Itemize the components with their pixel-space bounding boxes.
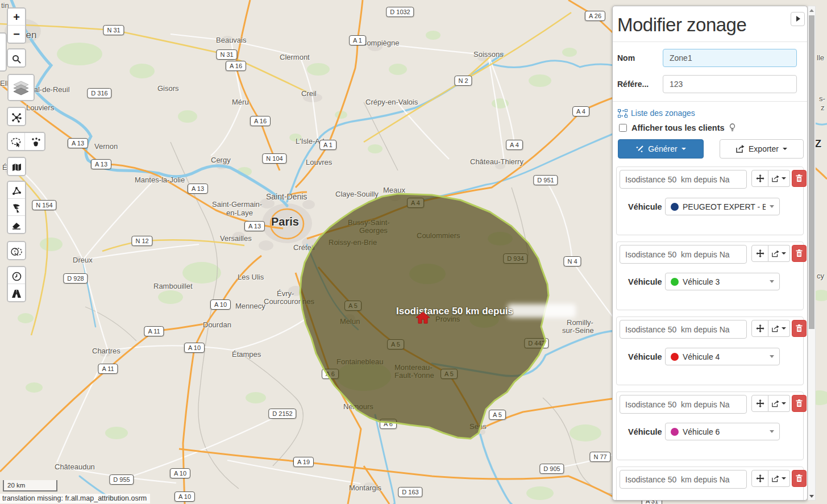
scale-label: 20 km: [7, 482, 25, 489]
scroll-down-button[interactable]: [808, 491, 815, 500]
points-hand-icon: [31, 138, 41, 147]
name-input[interactable]: [663, 49, 797, 67]
panel-scrollbar[interactable]: [808, 6, 816, 501]
caret-down-icon: [681, 148, 686, 150]
map-attribution: translation missing: fr.all.map_attribut…: [0, 494, 150, 503]
clock-icon: [12, 272, 22, 281]
zone-card: Véhicule Véhicule 3: [616, 241, 804, 310]
vehicle-label: Véhicule: [628, 277, 665, 286]
zone-export-button[interactable]: [768, 245, 790, 262]
name-label: Nom: [617, 53, 663, 63]
zone-card: Véhicule PEUGEOT EXPERT - B...: [616, 166, 804, 235]
draw-polygon-button[interactable]: [8, 182, 25, 199]
share-icon: [772, 400, 779, 407]
vehicle-select[interactable]: Véhicule 4: [665, 348, 780, 365]
vehicle-color-dot: [671, 353, 679, 361]
vehicle-select[interactable]: PEUGEOT EXPERT - B...: [665, 198, 780, 215]
share-icon: [772, 475, 779, 482]
zone-name-input[interactable]: [620, 245, 747, 264]
share-icon: [772, 250, 779, 257]
reference-label: Référe...: [617, 80, 663, 89]
zone-card: Véhicule Véhicule 6: [616, 391, 804, 460]
zoom-in-button[interactable]: +: [8, 9, 25, 26]
quill-cursor-icon: [12, 203, 22, 213]
map-icon-button[interactable]: [8, 158, 25, 175]
caret-down-icon: [782, 252, 786, 255]
generate-label: Générer: [648, 144, 677, 153]
arrow-up-icon: [809, 9, 814, 12]
caret-down-icon: [770, 355, 774, 358]
zone-name-input[interactable]: [620, 170, 747, 189]
share-icon: [772, 175, 779, 182]
vehicle-name: Véhicule 6: [683, 427, 766, 436]
isochrone-button[interactable]: [8, 267, 25, 284]
vehicle-name: PEUGEOT EXPERT - B...: [683, 202, 766, 211]
zone-card: [616, 466, 804, 501]
eraser-button[interactable]: [8, 216, 25, 233]
zone-export-button[interactable]: [768, 320, 790, 337]
road-button[interactable]: [8, 284, 25, 301]
optimize-route-button[interactable]: [8, 108, 25, 125]
zone-delete-button[interactable]: [792, 170, 807, 187]
zone-export-button[interactable]: [768, 170, 790, 187]
caret-down-icon: [770, 430, 774, 433]
road-icon: [11, 289, 22, 298]
lasso-select-button[interactable]: [8, 133, 25, 150]
zone-locate-button[interactable]: [751, 320, 768, 337]
caret-down-icon: [782, 402, 786, 405]
zoom-out-button[interactable]: −: [8, 26, 25, 43]
zone-export-button[interactable]: [768, 470, 790, 487]
search-control: [7, 48, 26, 68]
zone-locate-button[interactable]: [751, 245, 768, 262]
zone-locate-button[interactable]: [751, 395, 768, 412]
network-icon: [11, 113, 22, 123]
trash-icon: [796, 324, 803, 332]
zone-delete-button[interactable]: [792, 470, 807, 487]
zone-locate-button[interactable]: [751, 170, 768, 187]
trash-icon: [796, 399, 803, 407]
reference-input[interactable]: [663, 75, 797, 93]
edit-vertices-button[interactable]: [8, 199, 25, 216]
zone-delete-button[interactable]: [792, 395, 807, 412]
zone-name-input[interactable]: [620, 320, 747, 339]
panel-collapse-button[interactable]: [791, 12, 805, 26]
panel-title: Modifier zonage: [617, 14, 798, 36]
move-icon: [756, 474, 764, 483]
scrollbar-thumb[interactable]: [809, 15, 814, 329]
vehicle-label: Véhicule: [628, 202, 665, 211]
export-button[interactable]: Exporter: [720, 139, 804, 159]
trash-icon: [796, 174, 803, 182]
vehicle-select[interactable]: Véhicule 6: [665, 423, 780, 440]
search-button[interactable]: [8, 49, 25, 66]
zoom-control: + −: [7, 7, 26, 44]
vector-square-icon: [618, 109, 627, 118]
move-icon: [756, 174, 764, 183]
lightbulb-icon: [729, 123, 735, 132]
layers-control: [7, 74, 35, 101]
layers-button[interactable]: [9, 75, 34, 100]
caret-down-icon: [770, 205, 774, 208]
polygon-icon: [11, 186, 22, 196]
multi-point-button[interactable]: [27, 133, 44, 150]
zone-delete-button[interactable]: [792, 320, 807, 337]
home-marker-icon[interactable]: [415, 311, 430, 324]
draw-controls: [7, 181, 26, 234]
scroll-up-button[interactable]: [808, 6, 815, 15]
time-road-controls: [7, 266, 26, 302]
edge-control-partial[interactable]: [0, 32, 7, 72]
zonages-list-link[interactable]: Liste des zonages: [618, 109, 807, 118]
generate-button[interactable]: Générer: [618, 139, 704, 159]
zone-name-input[interactable]: [620, 395, 747, 414]
zone-name-input[interactable]: [620, 470, 747, 489]
vehicle-label: Véhicule: [628, 427, 665, 436]
intersect-zones-button[interactable]: [8, 242, 25, 259]
zone-locate-button[interactable]: [751, 470, 768, 487]
zone-list: Véhicule PEUGEOT EXPERT - B...: [613, 166, 807, 501]
vehicle-name: Véhicule 3: [683, 277, 766, 286]
zone-export-button[interactable]: [768, 395, 790, 412]
show-clients-checkbox[interactable]: [619, 124, 627, 132]
vehicle-select[interactable]: Véhicule 3: [665, 273, 780, 290]
zone-delete-button[interactable]: [792, 245, 807, 262]
caret-down-icon: [783, 148, 787, 150]
chevron-right-icon: [796, 16, 800, 22]
